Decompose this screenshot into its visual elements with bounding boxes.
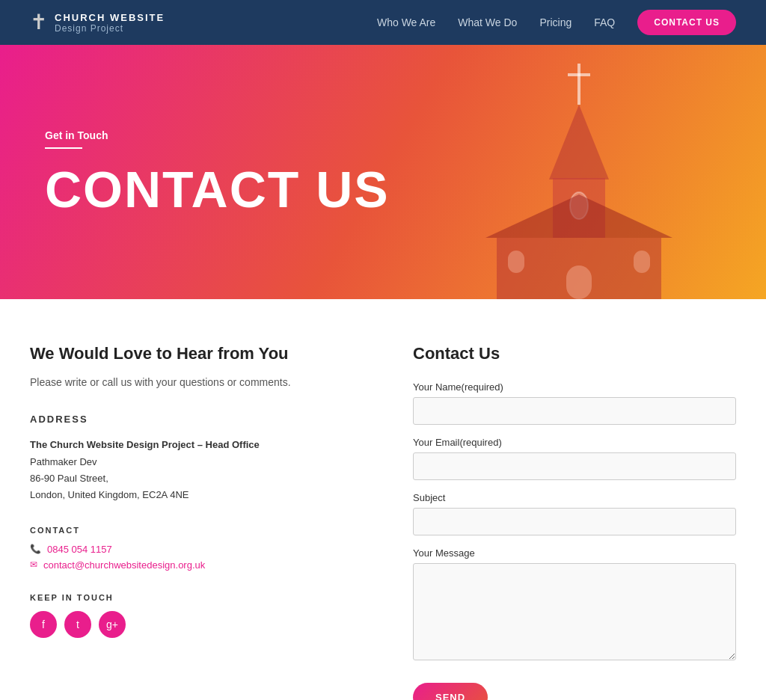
phone-link[interactable]: 📞 0845 054 1157 — [30, 544, 353, 555]
nav-item-pricing[interactable]: Pricing — [539, 16, 572, 29]
svg-marker-6 — [485, 194, 672, 238]
email-label: Your Email(required) — [413, 437, 736, 448]
social-row: f t g+ — [30, 611, 353, 638]
hero-content: Get in Touch CONTACT US — [0, 129, 435, 215]
hero-get-in-touch: Get in Touch — [45, 129, 390, 141]
address-block: ADDRESS The Church Website Design Projec… — [30, 411, 353, 503]
main-content: We Would Love to Hear from You Please wr… — [0, 299, 766, 700]
phone-icon: 📞 — [30, 544, 41, 554]
logo-icon: ✝ — [30, 12, 47, 33]
message-textarea[interactable] — [413, 563, 736, 660]
nav-item-who-we-are[interactable]: Who We Are — [377, 16, 435, 29]
message-label: Your Message — [413, 547, 736, 559]
google-plus-button[interactable]: g+ — [99, 611, 126, 638]
keep-in-touch-label: KEEP IN TOUCH — [30, 593, 353, 602]
contact-block: CONTACT 📞 0845 054 1157 ✉ contact@church… — [30, 526, 353, 571]
name-group: Your Name(required) — [413, 381, 736, 425]
facebook-button[interactable]: f — [30, 611, 57, 638]
name-input[interactable] — [413, 397, 736, 425]
contact-label: CONTACT — [30, 526, 353, 535]
nav-item-what-we-do[interactable]: What We Do — [458, 16, 517, 29]
hero-divider — [45, 147, 82, 149]
nav-links: Who We Are What We Do Pricing FAQ CONTAC… — [377, 10, 736, 35]
svg-rect-7 — [566, 265, 592, 299]
subject-group: Subject — [413, 492, 736, 535]
address-line2: 86-90 Paul Street, — [30, 470, 353, 487]
twitter-button[interactable]: t — [64, 611, 91, 638]
right-column: Contact Us Your Name(required) Your Emai… — [413, 344, 736, 700]
address-line3: London, United Kingdom, EC2A 4NE — [30, 487, 353, 503]
phone-number: 0845 054 1157 — [47, 544, 112, 555]
address-label: ADDRESS — [30, 411, 353, 428]
form-heading: Contact Us — [413, 344, 736, 363]
org-name: The Church Website Design Project – Head… — [30, 437, 353, 453]
svg-rect-8 — [508, 251, 524, 273]
brand-text: CHURCH WEBSITE Design Project — [55, 12, 165, 34]
message-group: Your Message — [413, 547, 736, 663]
nav-item-contact[interactable]: CONTACT US — [637, 10, 736, 35]
nav-item-faq[interactable]: FAQ — [594, 16, 615, 29]
email-link[interactable]: ✉ contact@churchwebsitedesign.org.uk — [30, 559, 353, 571]
subject-label: Subject — [413, 492, 736, 503]
contact-us-button[interactable]: CONTACT US — [637, 10, 736, 35]
send-button[interactable]: SEND — [413, 683, 488, 700]
brand-sub: Design Project — [55, 23, 165, 34]
email-address: contact@churchwebsitedesign.org.uk — [43, 559, 205, 571]
email-group: Your Email(required) — [413, 437, 736, 480]
email-input[interactable] — [413, 452, 736, 480]
navbar: ✝ CHURCH WEBSITE Design Project Who We A… — [0, 0, 766, 45]
brand-name: CHURCH WEBSITE — [55, 12, 165, 23]
left-heading: We Would Love to Hear from You — [30, 344, 353, 363]
subject-input[interactable] — [413, 508, 736, 535]
name-label: Your Name(required) — [413, 381, 736, 393]
address-line1: Pathmaker Dev — [30, 454, 353, 470]
hero-section: Get in Touch CONTACT US — [0, 45, 766, 299]
left-column: We Would Love to Hear from You Please wr… — [30, 344, 353, 700]
svg-marker-2 — [549, 105, 609, 179]
brand: ✝ CHURCH WEBSITE Design Project — [30, 12, 165, 34]
hero-title: CONTACT US — [45, 164, 390, 215]
social-section: KEEP IN TOUCH f t g+ — [30, 593, 353, 638]
church-illustration — [422, 60, 736, 299]
left-subtitle: Please write or call us with your questi… — [30, 374, 353, 390]
svg-rect-9 — [634, 251, 650, 273]
email-icon: ✉ — [30, 559, 37, 570]
